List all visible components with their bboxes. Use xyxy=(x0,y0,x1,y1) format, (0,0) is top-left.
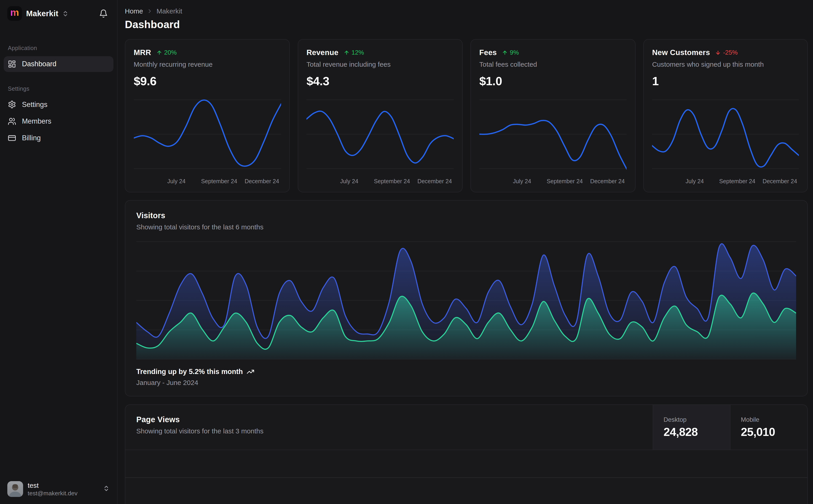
axis-label: July 24 xyxy=(167,178,186,185)
sidebar-section-application: Application xyxy=(4,45,113,51)
page-views-subtitle: Showing total visitors for the last 3 mo… xyxy=(136,427,642,435)
sidebar-item-billing[interactable]: Billing xyxy=(4,130,113,146)
stat-card-fees: Fees 9% Total fees collected $1.0 July 2… xyxy=(470,39,635,193)
breadcrumb-home-link[interactable]: Home xyxy=(125,7,143,15)
visitors-trend-text: Trending up by 5.2% this month xyxy=(136,368,243,376)
stat-cards-row: MRR 20% Monthly recurring revenue $9.6 J… xyxy=(125,39,808,193)
page-views-title: Page Views xyxy=(136,415,642,424)
sidebar-item-label: Dashboard xyxy=(22,60,56,68)
stat-subtitle: Customers who signed up this month xyxy=(652,61,799,68)
stat-title: Fees xyxy=(479,48,497,57)
x-axis-labels: July 24 September 24 December 24 xyxy=(479,178,627,186)
stat-card-mrr: MRR 20% Monthly recurring revenue $9.6 J… xyxy=(125,39,290,193)
stat-delta-value: 12% xyxy=(352,49,364,56)
sidebar: m Makerkit Application Dashboard Setting… xyxy=(0,0,117,504)
new-customers-sparkline-chart xyxy=(652,93,799,175)
stat-title: New Customers xyxy=(652,48,710,57)
toggle-desktop-label: Desktop xyxy=(664,416,720,423)
makerkit-logo: m xyxy=(7,6,22,21)
stat-value: $9.6 xyxy=(134,74,281,88)
avatar-silhouette xyxy=(7,481,23,497)
axis-label: December 24 xyxy=(763,178,797,185)
fees-sparkline-chart xyxy=(479,93,627,175)
logo-letter: m xyxy=(10,8,19,17)
toggle-mobile-value: 25,010 xyxy=(741,425,797,439)
stat-title: Revenue xyxy=(307,48,339,57)
sidebar-section-settings: Settings xyxy=(4,85,113,92)
users-icon xyxy=(8,117,16,126)
stat-subtitle: Monthly recurring revenue xyxy=(134,61,281,68)
toggle-desktop-value: 24,828 xyxy=(664,425,720,439)
axis-label: July 24 xyxy=(686,178,704,185)
stat-subtitle: Total revenue including fees xyxy=(307,61,454,68)
page-views-header-text: Page Views Showing total visitors for th… xyxy=(125,405,653,450)
x-axis-labels: July 24 September 24 December 24 xyxy=(652,178,799,186)
page-title: Dashboard xyxy=(125,19,808,31)
trending-up-icon xyxy=(247,368,254,376)
breadcrumb: Home Makerkit xyxy=(125,7,808,15)
visitors-subtitle: Showing total visitors for the last 6 mo… xyxy=(136,223,796,231)
arrow-up-icon xyxy=(344,50,349,56)
toggle-mobile-label: Mobile xyxy=(741,416,797,423)
user-meta: test test@makerkit.dev xyxy=(28,481,77,497)
revenue-sparkline-chart xyxy=(307,93,454,175)
axis-label: December 24 xyxy=(417,178,452,185)
user-menu[interactable]: test test@makerkit.dev xyxy=(0,474,117,504)
sidebar-item-label: Settings xyxy=(22,101,47,109)
stat-card-new-customers: New Customers -25% Customers who signed … xyxy=(643,39,808,193)
stat-delta-badge: 20% xyxy=(156,49,177,56)
axis-label: July 24 xyxy=(513,178,531,185)
chevrons-up-down-icon xyxy=(103,484,110,494)
credit-card-icon xyxy=(8,134,16,142)
main-content: Home Makerkit Dashboard MRR 20% Monthly … xyxy=(117,0,813,504)
stat-value: $1.0 xyxy=(479,74,627,88)
dashboard-page: m Makerkit Application Dashboard Setting… xyxy=(0,0,813,504)
sidebar-item-settings[interactable]: Settings xyxy=(4,97,113,112)
breadcrumb-current: Makerkit xyxy=(157,7,182,15)
workspace-switcher[interactable]: Makerkit xyxy=(26,9,69,18)
x-axis-labels: July 24 September 24 December 24 xyxy=(134,178,281,186)
sidebar-item-dashboard[interactable]: Dashboard xyxy=(4,56,113,72)
visitors-title: Visitors xyxy=(136,211,796,220)
page-views-card: Page Views Showing total visitors for th… xyxy=(125,404,808,504)
x-axis-labels: July 24 September 24 December 24 xyxy=(307,178,454,186)
axis-label: September 24 xyxy=(201,178,237,185)
stat-card-revenue: Revenue 12% Total revenue including fees… xyxy=(298,39,463,193)
axis-label: September 24 xyxy=(547,178,583,185)
bell-icon xyxy=(99,9,108,18)
axis-label: July 24 xyxy=(340,178,358,185)
arrow-up-icon xyxy=(502,50,508,56)
sidebar-nav: Application Dashboard Settings Settings … xyxy=(0,45,117,159)
arrow-up-icon xyxy=(156,50,162,56)
sidebar-item-members[interactable]: Members xyxy=(4,114,113,129)
stat-delta-badge: 12% xyxy=(344,49,364,56)
user-name: test xyxy=(28,481,77,490)
toggle-mobile[interactable]: Mobile 25,010 xyxy=(730,405,807,450)
axis-label: September 24 xyxy=(719,178,755,185)
visitors-card: Visitors Showing total visitors for the … xyxy=(125,200,808,396)
stat-title: MRR xyxy=(134,48,151,57)
layout-dashboard-icon xyxy=(8,60,16,68)
gear-icon xyxy=(8,100,16,109)
chevrons-up-down-icon xyxy=(62,10,69,17)
visitors-area-chart xyxy=(136,239,796,359)
stat-delta-badge: -25% xyxy=(715,49,738,56)
arrow-down-icon xyxy=(715,50,721,56)
mrr-sparkline-chart xyxy=(134,93,281,175)
axis-label: December 24 xyxy=(590,178,625,185)
sidebar-item-label: Billing xyxy=(22,134,41,142)
grid-line xyxy=(125,477,807,478)
sidebar-item-label: Members xyxy=(22,117,51,125)
stat-value: 1 xyxy=(652,74,799,88)
user-email: test@makerkit.dev xyxy=(28,490,77,497)
visitors-footer: Trending up by 5.2% this month January -… xyxy=(136,368,796,387)
notifications-bell-button[interactable] xyxy=(97,7,110,20)
toggle-desktop[interactable]: Desktop 24,828 xyxy=(653,405,730,450)
page-views-header: Page Views Showing total visitors for th… xyxy=(125,405,807,450)
workspace-name: Makerkit xyxy=(26,9,58,18)
visitors-date-range: January - June 2024 xyxy=(136,379,796,387)
stat-subtitle: Total fees collected xyxy=(479,61,627,68)
chevron-right-icon xyxy=(146,8,153,14)
sidebar-header: m Makerkit xyxy=(0,0,117,26)
stat-delta-badge: 9% xyxy=(502,49,519,56)
